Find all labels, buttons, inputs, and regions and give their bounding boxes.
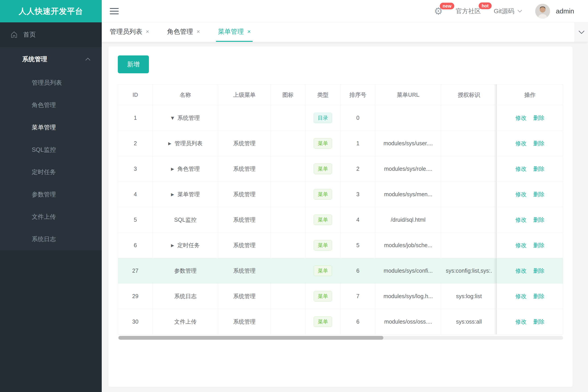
sidebar-item-label: 参数管理 — [32, 190, 56, 198]
table-row-selected[interactable]: 27 参数管理 系统管理 菜单 6 modules/sys/confi... s… — [118, 258, 563, 284]
delete-link[interactable]: 删除 — [533, 293, 544, 299]
tree-expand-icon[interactable]: ▶ — [168, 141, 171, 146]
hamburger-menu-icon[interactable] — [110, 8, 119, 14]
table-row[interactable]: 4 ▶菜单管理 系统管理 菜单 3 modules/sys/men... 修改删… — [118, 182, 563, 207]
settings-button[interactable]: ⚙ new — [434, 6, 443, 16]
sidebar-filler — [0, 250, 102, 392]
cell-id: 1 — [118, 105, 153, 131]
avatar[interactable] — [535, 4, 550, 18]
tree-expand-icon[interactable]: ▶ — [171, 192, 174, 197]
close-icon[interactable]: × — [247, 28, 251, 35]
table-row[interactable]: 29 系统日志 系统管理 菜单 7 modules/sys/log.h... s… — [118, 284, 563, 309]
cell-name: ▼系统管理 — [153, 105, 218, 131]
edit-link[interactable]: 修改 — [515, 242, 526, 248]
col-actions: 操作 — [497, 84, 563, 105]
close-icon[interactable]: × — [146, 28, 149, 35]
chevron-down-icon — [578, 30, 585, 34]
cell-url — [375, 105, 441, 131]
git-source-link[interactable]: Git源码 — [494, 7, 522, 16]
cell-order: 2 — [340, 156, 375, 182]
sidebar-item-home[interactable]: 首页 — [0, 22, 102, 47]
table-row[interactable]: 2 ▶管理员列表 系统管理 菜单 1 modules/sys/user.... … — [118, 131, 563, 156]
delete-link[interactable]: 删除 — [533, 268, 544, 274]
community-label: 官方社区 — [456, 8, 481, 14]
cell-perms: sys:config:list,sys:. — [441, 258, 497, 284]
edit-link[interactable]: 修改 — [515, 216, 526, 223]
cell-parent: 系统管理 — [218, 284, 271, 309]
table-header-row: ID 名称 上级菜单 图标 类型 排序号 菜单URL 授权标识 操作 — [118, 84, 563, 105]
col-order: 排序号 — [340, 84, 375, 105]
close-icon[interactable]: × — [197, 28, 200, 35]
tree-collapse-icon[interactable]: ▼ — [171, 116, 174, 120]
menu-name: 菜单管理 — [178, 191, 200, 198]
cell-parent: 系统管理 — [218, 131, 271, 156]
cell-type: 菜单 — [305, 156, 340, 182]
sidebar-item-system-log[interactable]: 系统日志 — [0, 228, 102, 250]
tree-expand-icon[interactable]: ▶ — [171, 243, 174, 248]
delete-link[interactable]: 删除 — [533, 318, 544, 325]
table-row[interactable]: 30 文件上传 系统管理 菜单 6 modules/oss/oss.... sy… — [118, 309, 563, 334]
type-badge: 菜单 — [314, 291, 332, 302]
cell-id: 4 — [118, 182, 153, 207]
edit-link[interactable]: 修改 — [515, 115, 526, 121]
menu-name: 文件上传 — [174, 318, 197, 326]
community-link[interactable]: 官方社区 hot — [456, 7, 481, 16]
table-row[interactable]: 6 ▶定时任务 系统管理 菜单 5 modules/job/sche... 修改… — [118, 233, 563, 258]
delete-link[interactable]: 删除 — [533, 191, 544, 197]
cell-url: modules/oss/oss.... — [375, 309, 441, 334]
cell-order: 7 — [340, 284, 375, 309]
table-row[interactable]: 3 ▶角色管理 系统管理 菜单 2 modules/sys/role.... 修… — [118, 156, 563, 182]
sidebar-item-param-mgmt[interactable]: 参数管理 — [0, 183, 102, 206]
sidebar-item-admin-list[interactable]: 管理员列表 — [0, 72, 102, 94]
sidebar-group-header[interactable]: 系统管理 — [0, 47, 102, 72]
sidebar-item-sql-monitor[interactable]: SQL监控 — [0, 138, 102, 161]
tab-role-mgmt[interactable]: 角色管理 × — [165, 22, 202, 42]
sidebar-group-system: 系统管理 管理员列表 角色管理 菜单管理 SQL监控 定时任务 参数管理 文件上… — [0, 47, 102, 250]
delete-link[interactable]: 删除 — [533, 242, 544, 248]
sidebar-item-menu-mgmt[interactable]: 菜单管理 — [0, 116, 102, 138]
tabs-dropdown-button[interactable] — [574, 22, 588, 42]
horizontal-scrollbar-thumb[interactable] — [119, 336, 383, 340]
tab-admin-list[interactable]: 管理员列表 × — [108, 22, 151, 42]
sidebar-item-scheduled-tasks[interactable]: 定时任务 — [0, 161, 102, 183]
sidebar-item-file-upload[interactable]: 文件上传 — [0, 206, 102, 228]
cell-order: 4 — [340, 207, 375, 233]
edit-link[interactable]: 修改 — [515, 293, 526, 299]
type-badge: 目录 — [314, 113, 332, 123]
menu-name: SQL监控 — [174, 216, 197, 224]
edit-link[interactable]: 修改 — [515, 191, 526, 197]
cell-actions: 修改删除 — [497, 233, 563, 258]
cell-order: 6 — [340, 258, 375, 284]
tab-label: 角色管理 — [167, 27, 193, 36]
cell-url: modules/sys/role.... — [375, 156, 441, 182]
cell-name: ▶定时任务 — [153, 233, 218, 258]
sidebar-item-role-mgmt[interactable]: 角色管理 — [0, 94, 102, 116]
cell-parent: 系统管理 — [218, 309, 271, 334]
table-row[interactable]: 5 SQL监控 系统管理 菜单 4 /druid/sql.html 修改删除 — [118, 207, 563, 233]
topbar-right: ⚙ new 官方社区 hot Git源码 — [434, 4, 574, 18]
horizontal-scrollbar-track[interactable] — [118, 336, 563, 340]
delete-link[interactable]: 删除 — [533, 115, 544, 121]
tree-expand-icon[interactable]: ▶ — [171, 166, 174, 171]
edit-link[interactable]: 修改 — [515, 268, 526, 274]
delete-link[interactable]: 删除 — [533, 166, 544, 172]
edit-link[interactable]: 修改 — [515, 318, 526, 325]
username-label: admin — [556, 8, 574, 15]
tab-menu-mgmt[interactable]: 菜单管理 × — [216, 22, 252, 42]
edit-link[interactable]: 修改 — [515, 166, 526, 172]
sidebar-item-label: 菜单管理 — [32, 123, 56, 132]
table-row[interactable]: 1 ▼系统管理 目录 0 修改删除 — [118, 105, 563, 131]
cell-perms — [441, 105, 497, 131]
delete-link[interactable]: 删除 — [533, 140, 544, 146]
user-menu[interactable]: admin — [535, 4, 574, 18]
app-root: 人人快速开发平台 首页 系统管理 管理员列表 角色管理 菜单管理 SQL监控 定… — [0, 0, 588, 392]
delete-link[interactable]: 删除 — [533, 216, 544, 223]
edit-link[interactable]: 修改 — [515, 140, 526, 146]
brand-logo[interactable]: 人人快速开发平台 — [0, 0, 102, 22]
add-button[interactable]: 新增 — [118, 56, 149, 73]
cell-icon — [271, 309, 305, 334]
cell-icon — [271, 182, 305, 207]
cell-actions: 修改删除 — [497, 207, 563, 233]
cell-perms: sys:oss:all — [441, 309, 497, 334]
col-id: ID — [118, 84, 153, 105]
